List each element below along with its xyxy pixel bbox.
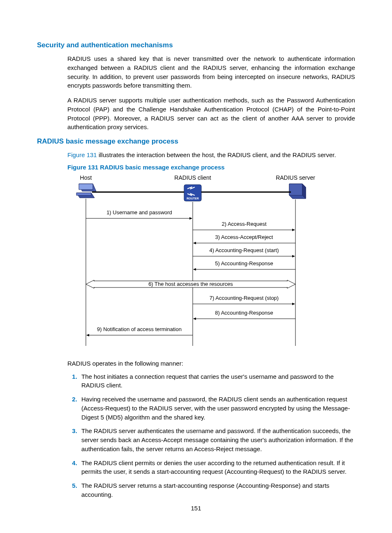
list-item: The RADIUS server authenticates the user… (79, 426, 355, 453)
router-label: ROUTER (187, 197, 199, 200)
step3-label: 3) Access-Accept/Reject (215, 234, 273, 240)
intro-rest: illustrates the interaction between the … (97, 151, 336, 158)
step9-label: 9) Notification of access termination (97, 326, 182, 332)
page: Security and authentication mechanisms R… (0, 0, 392, 533)
step5-label: 5) Accounting-Response (215, 260, 273, 266)
steps-list: The host initiates a connection request … (67, 372, 355, 499)
para-security-1: RADIUS uses a shared key that is never t… (67, 54, 355, 90)
figure-ref-link[interactable]: Figure 131 (67, 151, 97, 158)
router-icon: ROUTER (184, 185, 201, 201)
step1-label: 1) Username and password (106, 209, 172, 216)
label-server: RADIUS server (276, 174, 315, 181)
list-item: The RADIUS server returns a start-accoun… (79, 481, 355, 499)
list-item: The RADIUS client permits or denies the … (79, 459, 355, 477)
page-number: 151 (0, 505, 392, 512)
list-item: The host initiates a connection request … (79, 372, 355, 390)
para-security-2: A RADIUS server supports multiple user a… (67, 96, 355, 132)
label-host: Host (80, 174, 92, 181)
step7-label: 7) Accounting-Request (stop) (210, 295, 279, 301)
step8-label: 8) Accounting-Response (215, 310, 273, 316)
intro-line: Figure 131 illustrates the interaction b… (67, 151, 355, 160)
list-item: Having received the username and passwor… (79, 395, 355, 422)
figure-diagram: Host RADIUS client RADIUS server ROUTER (67, 173, 355, 352)
server-icon (289, 184, 306, 199)
host-icon (76, 184, 96, 198)
step6-label: 6) The host accesses the resources (148, 281, 233, 287)
after-fig-line: RADIUS operates in the following manner: (67, 359, 355, 368)
label-client: RADIUS client (174, 174, 211, 181)
step2-label: 2) Access-Request (221, 221, 266, 227)
step4-label: 4) Accounting-Request (start) (209, 247, 279, 253)
heading-security: Security and authentication mechanisms (37, 41, 355, 49)
heading-radius-process: RADIUS basic message exchange process (37, 137, 355, 146)
figure-caption: Figure 131 RADIUS basic message exchange… (67, 164, 355, 171)
